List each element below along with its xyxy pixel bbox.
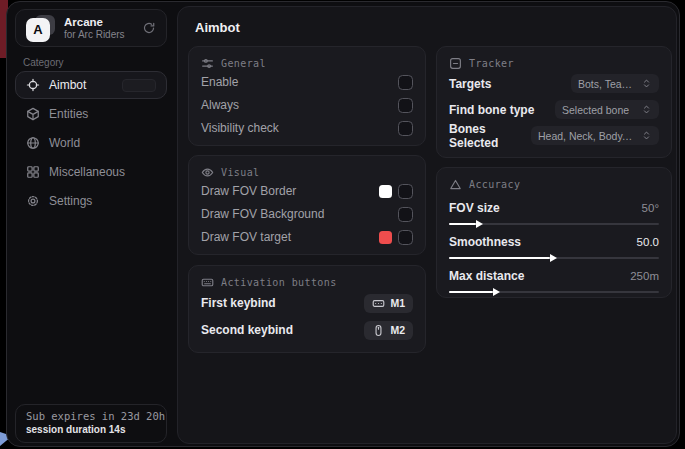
brand-name: Arcane xyxy=(64,16,125,28)
fov-size-slider[interactable] xyxy=(449,223,659,225)
setting-label: FOV size xyxy=(449,201,500,215)
brand-subtitle: for Arc Riders xyxy=(64,29,125,40)
setting-label: Enable xyxy=(201,75,238,89)
setting-label: Visibility check xyxy=(201,121,279,135)
first-keybind-button[interactable]: M1 xyxy=(364,294,413,313)
scan-frame-icon xyxy=(449,57,462,70)
sidebar-item-label: Settings xyxy=(49,194,92,208)
card-title: Activation buttons xyxy=(221,277,337,288)
entities-cube-icon xyxy=(26,107,40,121)
card-title: Tracker xyxy=(469,58,514,69)
card-title: General xyxy=(221,58,266,69)
brand-logo-letter: A xyxy=(26,18,50,42)
sidebar-item-aimbot[interactable]: Aimbot xyxy=(15,71,167,99)
max-distance-slider[interactable] xyxy=(449,291,659,293)
setting-value: 50° xyxy=(642,202,659,214)
eye-icon xyxy=(201,166,214,179)
setting-row-max-distance: Max distance 250m xyxy=(449,268,659,283)
card-title: Visual xyxy=(221,167,260,178)
sidebar-item-world[interactable]: World xyxy=(15,129,167,157)
sidebar-item-label: Miscellaneous xyxy=(49,165,125,179)
setting-row-fov-target: Draw FOV target xyxy=(201,226,413,248)
keybind-value: M2 xyxy=(390,324,405,336)
crosshair-icon xyxy=(26,78,40,92)
page-title: Aimbot xyxy=(195,20,240,35)
card-visual: Visual Draw FOV Border Draw FOV Backgrou… xyxy=(188,155,426,255)
setting-label: Always xyxy=(201,98,239,112)
sidebar-item-settings[interactable]: Settings xyxy=(15,187,167,215)
setting-controls xyxy=(379,184,413,199)
select-value: Head, Neck, Body, Pe... xyxy=(538,130,635,142)
setting-row-smoothness: Smoothness 50.0 xyxy=(449,234,659,249)
setting-row-second-keybind: Second keybind M2 xyxy=(201,317,413,343)
setting-label: Draw FOV target xyxy=(201,230,291,244)
mouse-icon xyxy=(372,324,385,337)
session-duration-text: session duration 14s xyxy=(26,424,156,435)
setting-row-bones-selected: Bones Selected Head, Neck, Body, Pe... xyxy=(449,123,659,148)
sliders-icon xyxy=(201,57,214,70)
keyboard-icon xyxy=(372,297,385,310)
sidebar-item-miscellaneous[interactable]: Miscellaneous xyxy=(15,158,167,186)
triangle-icon xyxy=(449,178,462,191)
setting-row-first-keybind: First keybind M1 xyxy=(201,290,413,316)
visibility-check-checkbox[interactable] xyxy=(398,121,413,136)
fov-target-checkbox[interactable] xyxy=(398,230,413,245)
fov-background-checkbox[interactable] xyxy=(398,207,413,222)
sidebar-item-label: Entities xyxy=(49,107,88,121)
card-visual-header: Visual xyxy=(201,166,413,179)
find-bone-type-select[interactable]: Selected bone xyxy=(555,100,659,119)
card-tracker-header: Tracker xyxy=(449,57,659,70)
grid-icon xyxy=(26,165,40,179)
setting-value: 50.0 xyxy=(637,236,659,248)
card-activation-header: Activation buttons xyxy=(201,276,413,289)
targets-select[interactable]: Bots, Teams xyxy=(571,74,659,93)
card-general: General Enable Always Visibility check xyxy=(188,46,426,146)
setting-label: Bones Selected xyxy=(449,122,531,150)
card-title: Accuracy xyxy=(469,179,520,190)
app-window: A Arcane for Arc Riders Category Aimbot … xyxy=(6,1,680,447)
setting-row-targets: Targets Bots, Teams xyxy=(449,71,659,96)
setting-row-find-bone-type: Find bone type Selected bone xyxy=(449,97,659,122)
setting-row-always: Always xyxy=(201,94,413,116)
setting-row-enable: Enable xyxy=(201,71,413,93)
setting-label: Smoothness xyxy=(449,235,521,249)
card-accuracy-header: Accuracy xyxy=(449,178,659,191)
always-checkbox[interactable] xyxy=(398,98,413,113)
enable-checkbox[interactable] xyxy=(398,75,413,90)
category-label: Category xyxy=(23,57,64,68)
setting-label: Draw FOV Background xyxy=(201,207,324,221)
card-activation-buttons: Activation buttons First keybind M1 Seco… xyxy=(188,265,426,353)
nav-item-badge xyxy=(122,79,156,92)
refresh-icon[interactable] xyxy=(142,21,156,35)
brand-card: A Arcane for Arc Riders xyxy=(15,9,167,47)
sub-expiry-text: Sub expires in 23d 20h xyxy=(26,410,156,422)
setting-label: Find bone type xyxy=(449,103,534,117)
card-accuracy: Accuracy FOV size 50° Smoothness 50.0 Ma… xyxy=(436,167,672,298)
setting-label: First keybind xyxy=(201,296,276,310)
setting-row-fov-background: Draw FOV Background xyxy=(201,203,413,225)
smoothness-slider[interactable] xyxy=(449,257,659,259)
card-general-header: General xyxy=(201,57,413,70)
brand-text: Arcane for Arc Riders xyxy=(64,16,125,40)
fov-border-checkbox[interactable] xyxy=(398,184,413,199)
slider-fill xyxy=(449,257,550,259)
brand-logo: A xyxy=(26,15,55,42)
bones-selected-select[interactable]: Head, Neck, Body, Pe... xyxy=(531,126,659,145)
second-keybind-button[interactable]: M2 xyxy=(364,321,413,340)
color-swatch[interactable] xyxy=(379,185,392,198)
unfold-icon xyxy=(641,130,652,141)
color-swatch[interactable] xyxy=(379,231,392,244)
unfold-icon xyxy=(641,78,652,89)
select-value: Bots, Teams xyxy=(578,78,635,90)
subscription-info: Sub expires in 23d 20h session duration … xyxy=(15,404,167,443)
sidebar-item-entities[interactable]: Entities xyxy=(15,100,167,128)
keyboard-icon xyxy=(201,276,214,289)
setting-label: Second keybind xyxy=(201,323,293,337)
keybind-value: M1 xyxy=(390,297,405,309)
sidebar-item-label: Aimbot xyxy=(49,78,86,92)
sidebar-nav: Aimbot Entities World Miscellaneous S xyxy=(15,71,167,215)
setting-controls xyxy=(379,230,413,245)
main-panel: Aimbot General Enable Always Visibility … xyxy=(177,6,677,444)
setting-label: Targets xyxy=(449,77,491,91)
setting-value: 250m xyxy=(630,270,659,282)
